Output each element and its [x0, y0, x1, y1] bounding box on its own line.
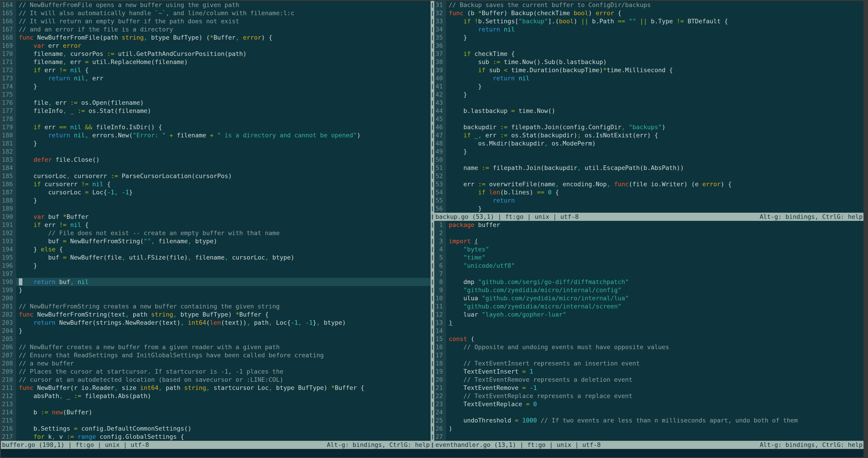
- code-line[interactable]: 55 return: [434, 196, 864, 205]
- code-line[interactable]: 207// Ensure that ReadSettings and InitG…: [1, 351, 431, 359]
- code-line[interactable]: 3import (: [434, 237, 864, 245]
- code-line[interactable]: 6 "unicode/utf8": [434, 262, 864, 270]
- code-line[interactable]: 25 undoThreshold = 1000 // If two events…: [434, 417, 864, 425]
- code-line[interactable]: 12 luar "layeh.com/gopher-luar": [434, 311, 864, 319]
- code-line[interactable]: 196 }: [1, 262, 431, 270]
- code-line[interactable]: 47 if _, err := os.Stat(backupdir); os.I…: [434, 131, 864, 139]
- code-line[interactable]: 53 err := overwriteFile(name, encoding.N…: [434, 180, 864, 188]
- code-line[interactable]: 164// NewBufferFromFile opens a new buff…: [1, 1, 431, 9]
- vertical-split-divider[interactable]: [431, 1, 434, 449]
- code-line[interactable]: 15const (: [434, 335, 864, 343]
- code-line[interactable]: 202func NewBufferFromString(text, path s…: [1, 311, 431, 319]
- code-line[interactable]: 13): [434, 319, 864, 327]
- code-line[interactable]: 206// NewBuffer creates a new buffer fro…: [1, 343, 431, 351]
- code-line[interactable]: 176 file, err := os.Open(filename): [1, 99, 431, 107]
- code-line[interactable]: 21 TextEventRemove = -1: [434, 384, 864, 392]
- code-line[interactable]: 54 if len(b.lines) == 0 {: [434, 188, 864, 196]
- code-line[interactable]: 216 b.Settings = config.DefaultCommonSet…: [1, 425, 431, 433]
- code-line[interactable]: 7: [434, 270, 864, 278]
- code-area-backup-go[interactable]: 31// Backup saves the current buffer to …: [434, 1, 864, 213]
- code-line[interactable]: 213: [1, 400, 431, 408]
- code-line[interactable]: 194 } else {: [1, 245, 431, 253]
- code-line[interactable]: 32func (b *Buffer) Backup(checkTime bool…: [434, 9, 864, 17]
- command-line[interactable]: [1, 449, 864, 457]
- code-line[interactable]: 35 }: [434, 33, 864, 41]
- code-line[interactable]: 36: [434, 41, 864, 50]
- code-line[interactable]: 11 "github.com/zyedidia/micro/internal/s…: [434, 302, 864, 311]
- code-line[interactable]: 5 "time": [434, 253, 864, 262]
- code-line[interactable]: 10 ulua "github.com/zyedidia/micro/inter…: [434, 294, 864, 302]
- code-line[interactable]: 9 "github.com/zyedidia/micro/internal/co…: [434, 286, 864, 294]
- code-line[interactable]: 192 // File does not exist -- create an …: [1, 229, 431, 237]
- code-line[interactable]: 190 var buf *Buffer: [1, 213, 431, 221]
- code-line[interactable]: 179 if err == nil && fileInfo.IsDir() {: [1, 123, 431, 131]
- code-line[interactable]: 23 TextEventReplace = 0: [434, 400, 864, 408]
- code-line[interactable]: 169 var err error: [1, 41, 431, 50]
- code-line[interactable]: 198 return buf, nil: [1, 278, 431, 286]
- code-line[interactable]: 56 }: [434, 205, 864, 213]
- code-line[interactable]: 197: [1, 270, 431, 278]
- code-line[interactable]: 52: [434, 172, 864, 180]
- code-line[interactable]: 37 if checkTime {: [434, 50, 864, 58]
- code-line[interactable]: 20 // TextEventRemove represents a delet…: [434, 376, 864, 384]
- code-line[interactable]: 178: [1, 115, 431, 123]
- code-line[interactable]: 165// It will also automatically handle …: [1, 9, 431, 17]
- code-line[interactable]: 214 b := new(Buffer): [1, 408, 431, 417]
- code-line[interactable]: 191 if err != nil {: [1, 221, 431, 229]
- code-line[interactable]: 211func NewBuffer(r io.Reader, size int6…: [1, 384, 431, 392]
- code-line[interactable]: 195 buf = NewBuffer(file, util.FSize(fil…: [1, 253, 431, 262]
- code-line[interactable]: 167// and an error if the file is a dire…: [1, 25, 431, 33]
- code-line[interactable]: 14: [434, 327, 864, 335]
- code-line[interactable]: 200: [1, 294, 431, 302]
- code-line[interactable]: 39 if sub < time.Duration(backupTime)*ti…: [434, 66, 864, 74]
- code-line[interactable]: 27: [434, 433, 864, 441]
- code-line[interactable]: 22 // TextEventReplace represents a repl…: [434, 392, 864, 400]
- code-line[interactable]: 168func NewBufferFromFile(path string, b…: [1, 33, 431, 41]
- code-line[interactable]: 19 TextEventInsert = 1: [434, 368, 864, 376]
- code-line[interactable]: 184: [1, 164, 431, 172]
- code-line[interactable]: 40 return nil: [434, 74, 864, 82]
- code-line[interactable]: 17: [434, 351, 864, 359]
- code-line[interactable]: 209// Places the cursor at startcursor. …: [1, 368, 431, 376]
- code-line[interactable]: 18 // TextEventInsert represents an inse…: [434, 359, 864, 368]
- code-line[interactable]: 45: [434, 115, 864, 123]
- code-line[interactable]: 205: [1, 335, 431, 343]
- code-line[interactable]: 208// a new buffer: [1, 359, 431, 368]
- code-line[interactable]: 1package buffer: [434, 221, 864, 229]
- code-line[interactable]: 210// cursor at an autodetected location…: [1, 376, 431, 384]
- code-line[interactable]: 174 }: [1, 82, 431, 90]
- code-line[interactable]: 38 sub := time.Now().Sub(b.lastbackup): [434, 58, 864, 66]
- code-line[interactable]: 215: [1, 417, 431, 425]
- code-line[interactable]: 4 "bytes": [434, 245, 864, 253]
- code-line[interactable]: 16 // Opposite and undoing events must h…: [434, 343, 864, 351]
- code-line[interactable]: 201// NewBufferFromString creates a new …: [1, 302, 431, 311]
- code-line[interactable]: 166// It will return an empty buffer if …: [1, 17, 431, 25]
- code-line[interactable]: 180 return nil, errors.New("Error: " + f…: [1, 131, 431, 139]
- code-line[interactable]: 203 return NewBuffer(strings.NewReader(t…: [1, 319, 431, 327]
- code-line[interactable]: 172 if err != nil {: [1, 66, 431, 74]
- code-line[interactable]: 48 os.Mkdir(backupdir, os.ModePerm): [434, 139, 864, 147]
- code-line[interactable]: 26): [434, 425, 864, 433]
- code-line[interactable]: 181 }: [1, 139, 431, 147]
- code-line[interactable]: 170 filename, cursorPos := util.GetPathA…: [1, 50, 431, 58]
- code-area-buffer-go[interactable]: 164// NewBufferFromFile opens a new buff…: [1, 1, 431, 441]
- code-line[interactable]: 44 b.lastbackup = time.Now(): [434, 107, 864, 115]
- code-line[interactable]: 2: [434, 229, 864, 237]
- code-line[interactable]: 199}: [1, 286, 431, 294]
- code-line[interactable]: 182: [1, 147, 431, 156]
- code-line[interactable]: 33 if !b.Settings["backup"].(bool) || b.…: [434, 17, 864, 25]
- code-line[interactable]: 50: [434, 156, 864, 164]
- code-line[interactable]: 24: [434, 408, 864, 417]
- code-line[interactable]: 34 return nil: [434, 25, 864, 33]
- code-line[interactable]: 41 }: [434, 82, 864, 90]
- code-line[interactable]: 43: [434, 99, 864, 107]
- code-area-eventhandler-go[interactable]: 1package buffer23import (4 "bytes"5 "tim…: [434, 221, 864, 441]
- code-line[interactable]: 171 filename, err = util.ReplaceHome(fil…: [1, 58, 431, 66]
- code-line[interactable]: 193 buf = NewBufferFromString("", filena…: [1, 237, 431, 245]
- code-line[interactable]: 31// Backup saves the current buffer to …: [434, 1, 864, 9]
- code-line[interactable]: 175: [1, 90, 431, 99]
- code-line[interactable]: 217 for k, v := range config.GlobalSetti…: [1, 433, 431, 441]
- code-line[interactable]: 49 }: [434, 147, 864, 156]
- code-line[interactable]: 189: [1, 205, 431, 213]
- code-line[interactable]: 188 }: [1, 196, 431, 205]
